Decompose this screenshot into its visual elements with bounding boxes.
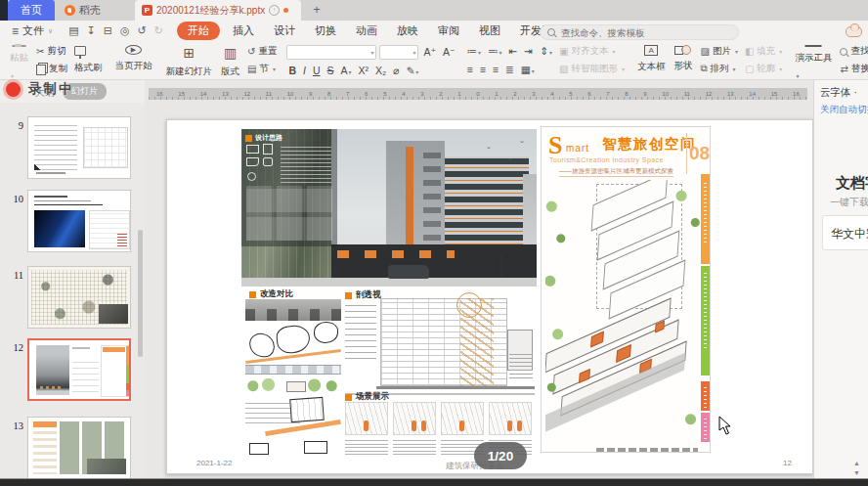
picture-button[interactable]: ▨ 图片▾	[698, 45, 739, 58]
copy-button[interactable]: 复制	[34, 63, 69, 75]
slide-thumbnail-11[interactable]	[27, 266, 131, 329]
align-center-button[interactable]: ≡	[478, 64, 488, 75]
play-from-current-button[interactable]: ▶ 当页开始▾	[112, 43, 155, 77]
format-painter-label-button[interactable]: 格式刷	[72, 62, 105, 74]
ruler-number: 6	[587, 91, 590, 97]
slide-12[interactable]: ⌄ ⌄ ⌄ 设计思路 改造对比	[166, 119, 813, 474]
docer-icon	[65, 5, 75, 16]
ribbon-tab-2[interactable]: 设计	[267, 22, 302, 40]
text-box-label: 文本框	[637, 61, 666, 71]
cloud-sync-icon[interactable]	[846, 26, 862, 37]
tab-document[interactable]: P 20200121经验分享k.pptx !	[135, 0, 301, 21]
smartart-icon: ▧	[559, 64, 568, 74]
ribbon-tab-3[interactable]: 切换	[308, 22, 343, 40]
columns-button[interactable]: ▦▾	[519, 64, 537, 75]
thumbnail-item-11[interactable]: 11	[0, 266, 145, 331]
clear-format-button[interactable]: ⌀	[391, 65, 401, 76]
format-painter-icon	[74, 46, 86, 56]
orange-bullet-icon	[345, 292, 352, 299]
reset-button[interactable]: ↺ 重置	[245, 45, 279, 58]
ribbon-tab-7[interactable]: 视图	[472, 22, 507, 40]
bold-button[interactable]: B	[286, 65, 298, 76]
print-preview-icon[interactable]: ◎	[120, 24, 130, 37]
paste-button[interactable]: 粘贴▾	[7, 43, 31, 77]
highlight-button[interactable]: ✎▾	[404, 65, 420, 76]
chevron-down-icon: ∨	[48, 27, 53, 35]
arrange-button[interactable]: ⧉ 排列▾	[698, 63, 739, 75]
command-search[interactable]	[540, 24, 739, 40]
ruler-number: 7	[346, 91, 349, 97]
thumb-decor	[36, 345, 69, 395]
slide-thumbnail-13[interactable]	[27, 417, 131, 479]
numbering-button[interactable]: ≕▾	[486, 45, 504, 57]
slide-thumbnail-9[interactable]	[27, 116, 131, 179]
decrease-indent-button[interactable]: ⇤	[507, 45, 520, 57]
ribbon-tab-6[interactable]: 审阅	[431, 22, 466, 40]
increase-font-button[interactable]: A⁺	[421, 46, 438, 58]
new-tab-button[interactable]: +	[309, 2, 325, 18]
tab-docer[interactable]: 稻壳	[57, 0, 108, 21]
new-slide-button[interactable]: ⊞ 新建幻灯片▾	[163, 43, 216, 77]
cloud-font-label[interactable]: 云字体 ·	[820, 86, 857, 100]
recording-icon[interactable]	[6, 82, 21, 97]
replace-button[interactable]: ⇄ 替换▾	[838, 63, 868, 75]
cut-button[interactable]: ✂ 剪切	[34, 45, 69, 58]
line-spacing-button[interactable]: ⇕▾	[538, 45, 554, 57]
orange-bullet-icon	[345, 394, 352, 401]
strikethrough-button[interactable]: S	[326, 65, 336, 76]
play-group: ▶ 当页开始▾	[109, 43, 158, 77]
massing-sketch	[313, 321, 338, 344]
ribbon-tab-4[interactable]: 动画	[349, 22, 384, 40]
thumbnail-item-13[interactable]: 13	[0, 417, 145, 479]
tab-home[interactable]: 首页	[8, 0, 55, 21]
font-card[interactable]: 华文中宋	[822, 215, 868, 250]
superscript-button[interactable]: X²	[357, 65, 371, 76]
ruler-number: 11	[266, 91, 272, 97]
section-button[interactable]: ▤ 节▾	[245, 63, 279, 75]
sync-status-icon[interactable]: !	[269, 5, 280, 16]
thumbnail-item-12[interactable]: 12	[0, 338, 145, 403]
file-menu[interactable]: ≡ 文件 ∨	[12, 23, 53, 38]
reset-label: 重置	[258, 45, 277, 58]
scroll-down-icon[interactable]: ▼	[853, 469, 860, 476]
bullets-button[interactable]: ≔▾	[464, 45, 483, 57]
align-right-button[interactable]: ≡	[491, 64, 500, 75]
font-name-select[interactable]: ▾	[286, 45, 376, 60]
decrease-font-button[interactable]: A⁻	[441, 46, 457, 58]
text-box-button[interactable]: A 文本框▾	[634, 43, 669, 77]
underline-button[interactable]: U	[311, 65, 323, 76]
thumbnail-item-10[interactable]: 10	[0, 190, 145, 254]
ruler-number: 13	[222, 91, 229, 97]
presentation-tools-button[interactable]: 演示工具▾	[792, 43, 835, 77]
auto-switch-link[interactable]: 关闭自动切换	[820, 104, 868, 116]
print-icon[interactable]: ⊟	[104, 24, 112, 37]
italic-button[interactable]: I	[301, 65, 308, 76]
shapes-button[interactable]: 形状▾	[671, 43, 695, 77]
paste-icon	[12, 45, 26, 47]
ruler-number: 9	[643, 91, 646, 97]
save-icon[interactable]: ▤	[68, 24, 78, 37]
scroll-up-icon[interactable]: ▲	[853, 460, 860, 466]
arrange-icon: ⧉	[700, 63, 707, 74]
slide-thumbnail-12[interactable]	[27, 338, 131, 401]
search-input[interactable]	[559, 26, 710, 39]
ribbon-tab-1[interactable]: 插入	[226, 22, 261, 40]
increase-indent-button[interactable]: ⇥	[522, 45, 535, 57]
undo-icon[interactable]: ↺	[138, 24, 147, 37]
thumbnail-scrollbar[interactable]	[138, 230, 143, 357]
align-left-button[interactable]: ≡	[464, 64, 474, 75]
wps-presentation-window: 首页 稻壳 P 20200121经验分享k.pptx ! + ≡ 文件 ∨ ▤ …	[0, 0, 868, 486]
justify-button[interactable]: ≣	[503, 64, 516, 75]
find-button[interactable]: 查找	[838, 45, 868, 58]
format-painter-button[interactable]	[72, 46, 105, 56]
font-size-select[interactable]: ▾	[379, 45, 418, 60]
slide-thumbnail-10[interactable]	[27, 190, 131, 252]
ribbon-tab-0[interactable]: 开始	[177, 22, 220, 40]
export-icon[interactable]: ↧	[87, 24, 96, 37]
thumbnail-item-9[interactable]: 9	[0, 116, 145, 181]
font-color-button[interactable]: A▾	[339, 65, 354, 76]
layout-button[interactable]: ▥ 版式▾	[218, 43, 242, 77]
subscript-button[interactable]: X₂	[373, 65, 388, 76]
detail-callout-circle	[456, 292, 482, 318]
ribbon-tab-5[interactable]: 放映	[390, 22, 425, 40]
